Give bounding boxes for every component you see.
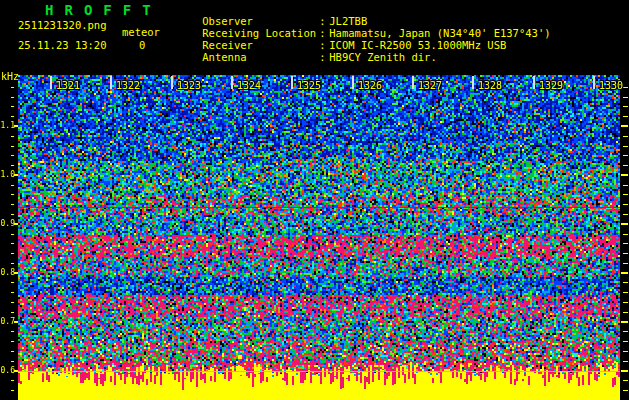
freq-major-tick (621, 272, 628, 274)
time-tick-label: 1323 (175, 80, 203, 91)
freq-minor-tick (11, 361, 14, 362)
freq-tick-label: 0.9 (0, 219, 15, 228)
freq-minor-tick (11, 292, 14, 293)
app-title: H R O F F T (45, 2, 152, 18)
output-filename: 2511231320.png (18, 19, 107, 31)
spectrogram-canvas (18, 75, 620, 400)
freq-minor-tick (11, 214, 14, 215)
freq-minor-tick (623, 282, 628, 283)
freq-minor-tick (11, 87, 14, 88)
freq-minor-tick (623, 243, 628, 244)
freq-minor-tick (623, 204, 628, 205)
freq-minor-tick (623, 165, 628, 166)
freq-major-tick (621, 321, 628, 323)
freq-minor-tick (623, 106, 628, 107)
freq-major-tick (14, 321, 18, 323)
minute-boundary-tick (593, 76, 595, 89)
freq-tick-label: 0.7 (0, 317, 15, 326)
freq-minor-tick (623, 390, 628, 391)
minute-boundary-tick (291, 76, 293, 89)
freq-minor-tick (11, 253, 14, 254)
freq-minor-tick (623, 341, 628, 342)
freq-minor-tick (623, 116, 628, 117)
freq-minor-tick (11, 116, 14, 117)
time-tick-label: 1324 (235, 80, 263, 91)
freq-minor-tick (623, 146, 628, 147)
freq-minor-tick (623, 331, 628, 332)
freq-minor-tick (623, 351, 628, 352)
time-tick-label: 1329 (537, 80, 565, 91)
minute-boundary-tick (231, 76, 233, 89)
freq-major-tick (621, 125, 628, 127)
freq-tick-label: 1.1 (0, 121, 15, 130)
time-tick-label: 1322 (114, 80, 142, 91)
freq-minor-tick (11, 234, 14, 235)
freq-minor-tick (11, 97, 14, 98)
freq-axis-unit-label: kHz (1, 71, 19, 82)
freq-minor-tick (11, 302, 14, 303)
freq-major-tick (14, 272, 18, 274)
freq-minor-tick (623, 185, 628, 186)
freq-minor-tick (623, 194, 628, 195)
station-value: HB9CY Zenith dir. (329, 51, 436, 63)
freq-tick-label: 0.8 (0, 268, 15, 277)
meteor-counter-value: 0 (139, 39, 145, 51)
time-tick-label: 1325 (295, 80, 323, 91)
timestamp: 25.11.23 13:20 (18, 39, 107, 51)
freq-minor-tick (623, 263, 628, 264)
time-tick-label: 1327 (416, 80, 444, 91)
minute-boundary-tick (533, 76, 535, 89)
station-row-antenna: Antenna:HB9CY Zenith dir. (177, 39, 437, 75)
freq-major-tick (621, 370, 628, 372)
freq-minor-tick (11, 341, 14, 342)
freq-minor-tick (623, 253, 628, 254)
minute-boundary-tick (412, 76, 414, 89)
freq-minor-tick (623, 155, 628, 156)
freq-major-tick (14, 223, 18, 225)
colon-separator: : (319, 51, 329, 63)
freq-tick-label: 0.6 (0, 366, 15, 375)
freq-minor-tick (11, 146, 14, 147)
freq-minor-tick (623, 234, 628, 235)
freq-minor-tick (11, 312, 14, 313)
freq-minor-tick (11, 282, 14, 283)
time-tick-label: 1328 (476, 80, 504, 91)
freq-minor-tick (11, 204, 14, 205)
station-label: Antenna (202, 51, 319, 63)
freq-minor-tick (11, 185, 14, 186)
freq-minor-tick (11, 155, 14, 156)
freq-minor-tick (623, 97, 628, 98)
freq-minor-tick (11, 390, 14, 391)
hrofft-screenshot: H R O F F T 2511231320.png meteor 25.11.… (0, 0, 629, 400)
freq-major-tick (621, 174, 628, 176)
freq-minor-tick (11, 243, 14, 244)
time-tick-label: 1321 (54, 80, 82, 91)
freq-minor-tick (623, 312, 628, 313)
freq-major-tick (14, 370, 18, 372)
freq-minor-tick (623, 361, 628, 362)
freq-tick-label: 1.0 (0, 170, 15, 179)
freq-minor-tick (11, 263, 14, 264)
minute-boundary-tick (352, 76, 354, 89)
freq-minor-tick (11, 136, 14, 137)
minute-boundary-tick (110, 76, 112, 89)
freq-minor-tick (11, 351, 14, 352)
freq-minor-tick (11, 194, 14, 195)
freq-major-tick (14, 125, 18, 127)
freq-minor-tick (11, 165, 14, 166)
minute-boundary-tick (171, 76, 173, 89)
freq-minor-tick (11, 106, 14, 107)
freq-minor-tick (623, 214, 628, 215)
minute-boundary-tick (50, 76, 52, 89)
freq-minor-tick (623, 302, 628, 303)
time-tick-label: 1330 (597, 80, 625, 91)
freq-minor-tick (623, 292, 628, 293)
freq-minor-tick (623, 380, 628, 381)
time-tick-label: 1326 (356, 80, 384, 91)
freq-major-tick (621, 223, 628, 225)
freq-major-tick (14, 174, 18, 176)
freq-minor-tick (11, 331, 14, 332)
minute-boundary-tick (472, 76, 474, 89)
meteor-counter-label: meteor (122, 26, 160, 38)
freq-minor-tick (11, 380, 14, 381)
